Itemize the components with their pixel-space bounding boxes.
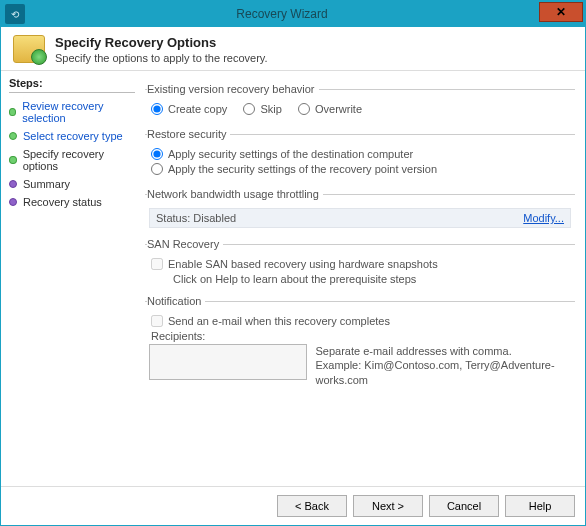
step-label: Specify recovery options bbox=[23, 148, 135, 172]
san-enable-label: Enable SAN based recovery using hardware… bbox=[168, 258, 438, 270]
san-note: Click on Help to learn about the prerequ… bbox=[173, 273, 573, 285]
step-summary: Summary bbox=[9, 175, 135, 193]
security-dest-label: Apply security settings of the destinati… bbox=[168, 148, 413, 160]
step-bullet-icon bbox=[9, 156, 17, 164]
step-recovery-status: Recovery status bbox=[9, 193, 135, 211]
throttling-status: Status: Disabled bbox=[156, 212, 236, 224]
step-select-recovery-type[interactable]: Select recovery type bbox=[9, 127, 135, 145]
skip-radio[interactable] bbox=[243, 103, 255, 115]
send-email-checkbox bbox=[151, 315, 163, 327]
recipients-help: Separate e-mail addresses with comma. Ex… bbox=[315, 344, 571, 387]
san-recovery-legend: SAN Recovery bbox=[147, 238, 223, 250]
step-bullet-icon bbox=[9, 180, 17, 188]
overwrite-label: Overwrite bbox=[315, 103, 362, 115]
options-panel: Existing version recovery behavior Creat… bbox=[139, 71, 585, 486]
existing-version-group: Existing version recovery behavior Creat… bbox=[145, 83, 575, 118]
app-icon: ⟲ bbox=[5, 4, 25, 24]
recipients-input bbox=[149, 344, 307, 380]
restore-security-legend: Restore security bbox=[147, 128, 230, 140]
step-label: Recovery status bbox=[23, 196, 102, 208]
step-bullet-icon bbox=[9, 108, 16, 116]
step-bullet-icon bbox=[9, 198, 17, 206]
step-label: Summary bbox=[23, 178, 70, 190]
throttling-legend: Network bandwidth usage throttling bbox=[147, 188, 323, 200]
san-recovery-group: SAN Recovery Enable SAN based recovery u… bbox=[145, 238, 575, 285]
wizard-footer: < Back Next > Cancel Help bbox=[1, 486, 585, 525]
san-enable-checkbox bbox=[151, 258, 163, 270]
wizard-header: Specify Recovery Options Specify the opt… bbox=[1, 27, 585, 71]
notification-legend: Notification bbox=[147, 295, 205, 307]
security-point-label: Apply the security settings of the recov… bbox=[168, 163, 437, 175]
back-button[interactable]: < Back bbox=[277, 495, 347, 517]
notification-group: Notification Send an e-mail when this re… bbox=[145, 295, 575, 387]
title-bar: ⟲ Recovery Wizard ✕ bbox=[1, 1, 585, 27]
create-copy-label: Create copy bbox=[168, 103, 227, 115]
step-bullet-icon bbox=[9, 132, 17, 140]
modify-throttling-link[interactable]: Modify... bbox=[523, 212, 564, 224]
steps-sidebar: Steps: Review recovery selection Select … bbox=[1, 71, 139, 486]
step-review-recovery-selection[interactable]: Review recovery selection bbox=[9, 97, 135, 127]
security-point-radio[interactable] bbox=[151, 163, 163, 175]
recipients-label: Recipients: bbox=[151, 330, 573, 342]
close-icon: ✕ bbox=[556, 5, 566, 19]
existing-version-legend: Existing version recovery behavior bbox=[147, 83, 319, 95]
step-label: Select recovery type bbox=[23, 130, 123, 142]
send-email-label: Send an e-mail when this recovery comple… bbox=[168, 315, 390, 327]
security-dest-radio[interactable] bbox=[151, 148, 163, 160]
page-title: Specify Recovery Options bbox=[55, 35, 268, 50]
page-subtitle: Specify the options to apply to the reco… bbox=[55, 52, 268, 64]
create-copy-radio[interactable] bbox=[151, 103, 163, 115]
help-button[interactable]: Help bbox=[505, 495, 575, 517]
steps-heading: Steps: bbox=[9, 77, 135, 93]
restore-security-group: Restore security Apply security settings… bbox=[145, 128, 575, 178]
step-label: Review recovery selection bbox=[22, 100, 135, 124]
skip-label: Skip bbox=[260, 103, 281, 115]
close-button[interactable]: ✕ bbox=[539, 2, 583, 22]
window-title: Recovery Wizard bbox=[25, 7, 539, 21]
cancel-button[interactable]: Cancel bbox=[429, 495, 499, 517]
throttling-group: Network bandwidth usage throttling Statu… bbox=[145, 188, 575, 228]
recovery-icon bbox=[13, 35, 45, 63]
step-specify-recovery-options: Specify recovery options bbox=[9, 145, 135, 175]
overwrite-radio[interactable] bbox=[298, 103, 310, 115]
next-button[interactable]: Next > bbox=[353, 495, 423, 517]
